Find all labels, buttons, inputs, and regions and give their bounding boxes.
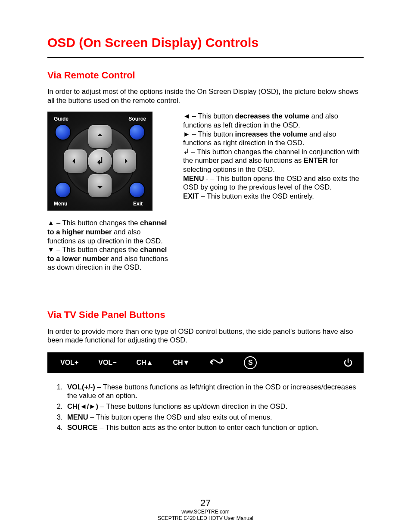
remote-source-label: Source bbox=[128, 116, 146, 122]
list-item: MENU – This button opens the OSD and als… bbox=[65, 413, 364, 422]
remote-exit-label: Exit bbox=[133, 201, 143, 207]
enter-icon: ↲ bbox=[96, 156, 104, 167]
page-title: OSD (On Screen Display) Controls bbox=[47, 34, 364, 51]
source-icon: S bbox=[244, 356, 257, 369]
section-panel-heading: Via TV Side Panel Buttons bbox=[47, 309, 364, 321]
list-item: CH(◄/►) – These buttons functions as up/… bbox=[65, 402, 364, 411]
power-icon bbox=[343, 358, 353, 368]
dpad-icon: ↲ bbox=[65, 127, 134, 196]
side-panel-strip: VOL+ VOL− CH▲ CH▼ S bbox=[47, 352, 364, 373]
remote-guide-label: Guide bbox=[54, 116, 68, 122]
divider bbox=[47, 57, 364, 58]
page-footer: 27 www.SCEPTRE.com SCEPTRE E420 LED HDTV… bbox=[0, 497, 411, 522]
exit-button-icon bbox=[130, 183, 144, 197]
remote-menu-label: Menu bbox=[54, 201, 67, 207]
ch-up-label: CH▲ bbox=[136, 359, 153, 367]
left-column-desc: ▲ – This button changes the channel to a… bbox=[47, 218, 170, 272]
page-number: 27 bbox=[0, 497, 411, 509]
vol-minus-label: VOL− bbox=[98, 359, 116, 367]
footer-url: www.SCEPTRE.com bbox=[0, 509, 411, 515]
section-remote-heading: Via Remote Control bbox=[47, 69, 364, 81]
list-item: SOURCE – This button acts as the enter b… bbox=[65, 423, 364, 432]
section-remote-intro: In order to adjust most of the options i… bbox=[47, 87, 364, 105]
vol-plus-label: VOL+ bbox=[60, 359, 78, 367]
footer-manual: SCEPTRE E420 LED HDTV User Manual bbox=[0, 515, 411, 522]
remote-控制-image: Guide Source Menu Exit ↲ bbox=[47, 112, 153, 211]
source-button-icon bbox=[130, 125, 144, 140]
menu-button-icon bbox=[56, 183, 70, 197]
menu-icon bbox=[209, 358, 224, 368]
list-item: VOL(+/-) – These buttons functions as le… bbox=[65, 383, 364, 400]
guide-button-icon bbox=[56, 125, 70, 140]
ch-down-label: CH▼ bbox=[173, 359, 190, 367]
section-panel-intro: In order to provide more than one type o… bbox=[47, 327, 364, 345]
panel-function-list: VOL(+/-) – These buttons functions as le… bbox=[65, 383, 364, 432]
right-column-desc: ◄ – This button decreases the volume and… bbox=[183, 112, 364, 200]
